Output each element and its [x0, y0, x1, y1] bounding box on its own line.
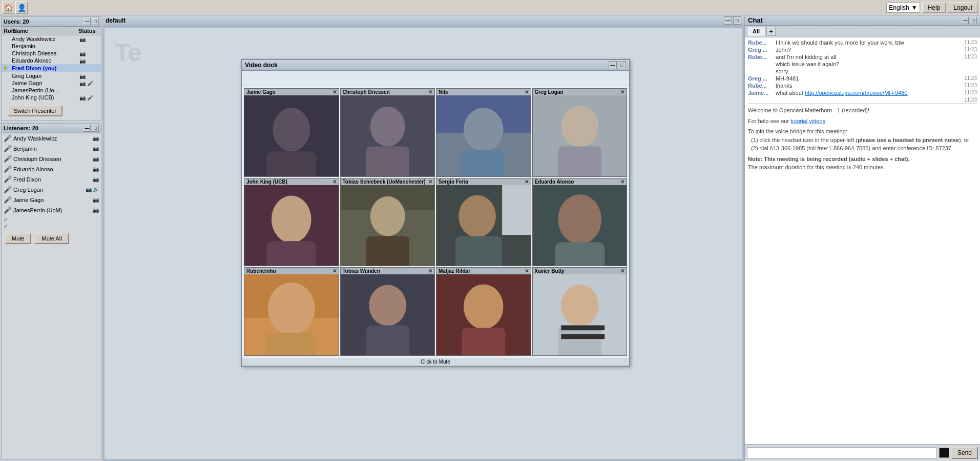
- list-item[interactable]: Eduardo Alonso 📷: [2, 57, 101, 64]
- logout-button[interactable]: Logout: [948, 3, 978, 13]
- user-icon[interactable]: 👤: [15, 2, 28, 14]
- minimize-users-button[interactable]: —: [84, 18, 91, 25]
- help-button[interactable]: Help: [922, 3, 946, 13]
- video-cell-matjaz: Matjaz Rihtar ✕: [436, 267, 531, 356]
- close-video-button[interactable]: ✕: [428, 89, 432, 95]
- close-video-button[interactable]: ✕: [428, 179, 432, 185]
- camera-icon: 📷: [93, 197, 99, 203]
- user-status: 📷 🎤: [79, 94, 100, 101]
- video-feed: [341, 95, 435, 176]
- chat-separator: [748, 104, 977, 104]
- mute-all-button[interactable]: Mute All: [34, 233, 69, 244]
- close-video-button[interactable]: ✕: [620, 89, 624, 95]
- language-label: English: [889, 4, 909, 11]
- video-cell-header: Nils ✕: [436, 89, 531, 95]
- svg-rect-2: [266, 151, 316, 176]
- list-item[interactable]: Benjamin: [2, 43, 101, 50]
- message-sender: Rube...: [748, 83, 774, 89]
- language-selector[interactable]: English ▼: [886, 3, 920, 13]
- maximize-videodock-button[interactable]: □: [618, 61, 626, 69]
- svg-rect-36: [462, 328, 505, 355]
- list-item[interactable]: 🎤 Greg Logan 📷 🔊: [2, 185, 101, 195]
- close-video-button[interactable]: ✕: [525, 268, 529, 274]
- chat-link[interactable]: http://opencast.jira.com/browse/MH-9480: [805, 90, 908, 96]
- video-participant-name: Eduardo Alonso: [535, 179, 574, 185]
- default-window-titlebar: default — □: [102, 15, 744, 26]
- minimize-listeners-button[interactable]: —: [84, 125, 91, 132]
- camera-icon: 📷: [93, 135, 99, 141]
- chat-header-buttons: — □: [962, 17, 977, 24]
- message-time: 11:23: [964, 75, 977, 81]
- close-video-button[interactable]: ✕: [525, 179, 529, 185]
- tutorial-link[interactable]: tutorial videos: [790, 118, 825, 124]
- listener-status: 📷: [93, 176, 99, 182]
- maximize-users-button[interactable]: □: [92, 18, 99, 25]
- list-item[interactable]: 🎤 Benjamin 📷: [2, 144, 101, 154]
- message-time: 11:23: [964, 83, 977, 88]
- list-item[interactable]: Andy Wasklewicz 📷: [2, 35, 101, 43]
- close-video-button[interactable]: ✕: [332, 89, 337, 95]
- list-item[interactable]: 🎤 Jaime Gago 📷: [2, 195, 101, 205]
- click-to-mute-label[interactable]: Click to Mute: [242, 358, 629, 366]
- add-chat-tab-button[interactable]: +: [766, 27, 776, 36]
- microphone-icon: 🎤: [87, 95, 93, 101]
- send-chat-button[interactable]: Send: [951, 447, 978, 459]
- listener-status: 📷: [93, 197, 99, 203]
- message-sender: Greg ...: [748, 75, 774, 82]
- list-item[interactable]: Greg Logan 📷: [2, 72, 101, 79]
- svg-rect-41: [561, 334, 604, 339]
- listener-name: Eduardo Alonso: [13, 166, 93, 172]
- user-status: 📷: [79, 57, 100, 64]
- maximize-chat-button[interactable]: □: [970, 17, 977, 24]
- maximize-window-button[interactable]: □: [733, 16, 741, 25]
- video-feed: [436, 185, 531, 266]
- message-time: 11:23: [964, 47, 977, 52]
- camera-icon: 📷: [93, 156, 99, 162]
- mute-button[interactable]: Mute: [5, 233, 31, 244]
- list-item[interactable]: 🎤 Fred Dixon 📷: [2, 174, 101, 185]
- svg-rect-21: [502, 185, 530, 235]
- list-item[interactable]: 🎤 JamesPerrin (UoM) 📷: [2, 205, 101, 215]
- close-video-button[interactable]: ✕: [332, 268, 337, 274]
- list-item[interactable]: 🎤 Andy Wasklewicz 📷: [2, 133, 101, 144]
- tab-all[interactable]: All: [747, 27, 765, 36]
- switch-presenter-button[interactable]: Switch Presenter: [8, 105, 62, 116]
- video-cell-header: Christoph Driessen ✕: [341, 89, 435, 95]
- message-text: thanks: [776, 83, 962, 89]
- list-item[interactable]: 🎤 Christoph Driessen 📷: [2, 154, 101, 164]
- chat-message: 11:23: [748, 97, 977, 103]
- chat-color-picker-button[interactable]: [939, 448, 949, 458]
- mic-muted-icon: 🎤: [4, 175, 12, 183]
- close-video-button[interactable]: ✕: [428, 268, 432, 274]
- list-item[interactable]: Christoph Driesse 📷: [2, 50, 101, 57]
- message-sender: Greg ...: [748, 47, 774, 53]
- list-item[interactable]: ★ Fred Dixon (you): [2, 64, 101, 72]
- close-video-button[interactable]: ✕: [620, 179, 624, 185]
- list-item[interactable]: Jaime Gago 📷 🎤: [2, 79, 101, 87]
- chat-message: Greg ... John? 11:23: [748, 47, 977, 53]
- svg-rect-26: [555, 242, 604, 266]
- chat-message: which issue was it again?: [748, 61, 977, 67]
- video-dock-titlebar: Video dock — □: [242, 60, 629, 71]
- video-cell-header: Xavier Butty ✕: [533, 268, 627, 274]
- minimize-window-button[interactable]: —: [724, 16, 732, 25]
- close-video-button[interactable]: ✕: [332, 179, 337, 185]
- video-cell-christoph: Christoph Driessen ✕: [340, 88, 435, 177]
- listeners-header-buttons: — □: [84, 125, 99, 132]
- list-item[interactable]: JamesPerrin (Uo...: [2, 87, 101, 94]
- home-icon[interactable]: 🏠: [2, 2, 14, 14]
- col-role: Role: [4, 28, 13, 34]
- message-sender: Rube...: [748, 54, 774, 60]
- col-status: Status: [78, 28, 99, 34]
- minimize-videodock-button[interactable]: —: [609, 61, 617, 69]
- list-item[interactable]: 🎤 Eduardo Alonso 📷: [2, 164, 101, 174]
- close-video-button[interactable]: ✕: [525, 89, 529, 95]
- message-sender: Rube...: [748, 39, 774, 46]
- video-feed: [341, 274, 435, 355]
- maximize-listeners-button[interactable]: □: [92, 125, 99, 132]
- chat-input[interactable]: [747, 447, 937, 458]
- list-item[interactable]: John King (UCB) 📷 🎤: [2, 94, 101, 101]
- svg-rect-12: [558, 146, 601, 176]
- close-video-button[interactable]: ✕: [620, 268, 624, 274]
- minimize-chat-button[interactable]: —: [962, 17, 969, 24]
